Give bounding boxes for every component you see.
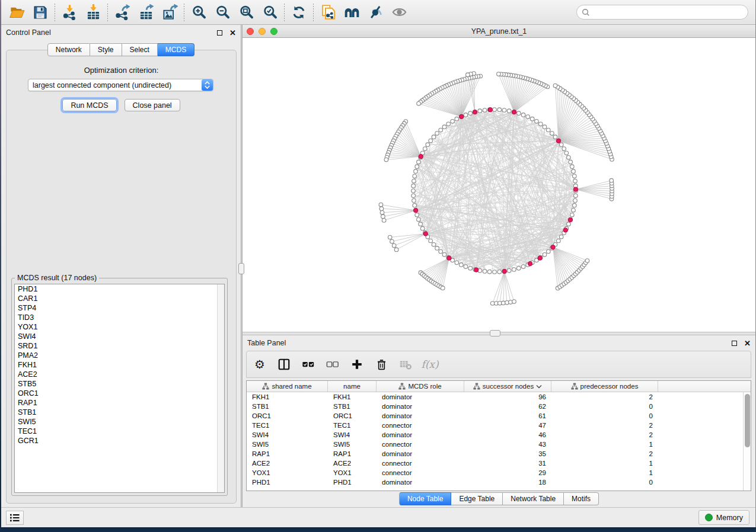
table-scrollbar[interactable] (743, 392, 751, 491)
zoom-selected-icon[interactable] (258, 2, 282, 23)
network-canvas[interactable] (243, 38, 755, 332)
tab-network[interactable]: Network (47, 43, 90, 56)
close-panel-button[interactable]: Close panel (125, 99, 180, 111)
mcds-result-item[interactable]: TEC1 (15, 427, 224, 436)
mcds-result-item[interactable]: CAR1 (15, 294, 224, 303)
mcds-result-item[interactable]: SWI5 (15, 417, 224, 427)
mcds-hub-node[interactable] (538, 256, 542, 260)
show-all-icon[interactable] (387, 2, 411, 23)
search-input[interactable] (593, 8, 743, 17)
criterion-dropdown[interactable]: largest connected component (undirected) (28, 79, 213, 91)
mcds-hub-node[interactable] (568, 217, 572, 222)
mcds-result-item[interactable]: GCR1 (15, 436, 224, 446)
open-file-icon[interactable] (5, 2, 28, 23)
column-header-mcds-role[interactable]: MCDS role (377, 381, 464, 392)
mcds-result-item[interactable]: SRD1 (15, 341, 224, 351)
mcds-hub-node[interactable] (512, 110, 516, 114)
tab-select[interactable]: Select (122, 43, 158, 56)
save-session-icon[interactable] (28, 2, 52, 23)
table-row[interactable]: TEC1TEC1connector472 (247, 421, 743, 430)
table-row[interactable]: YOX1YOX1connector291 (247, 468, 743, 477)
mcds-result-item[interactable]: ACE2 (15, 370, 224, 379)
zoom-in-icon[interactable] (187, 2, 210, 23)
mcds-result-item[interactable]: RAP1 (15, 398, 224, 408)
table-row[interactable]: STB1STB1dominator620 (247, 402, 743, 411)
mcds-hub-node[interactable] (413, 208, 417, 212)
import-table-icon[interactable] (81, 2, 105, 23)
zoom-out-icon[interactable] (210, 2, 234, 23)
mcds-result-item[interactable]: ORC1 (15, 389, 224, 398)
mcds-result-item[interactable]: PHD1 (15, 284, 224, 294)
mcds-hub-node[interactable] (488, 108, 492, 112)
mcds-hub-node[interactable] (423, 232, 428, 236)
hide-selected-icon[interactable] (363, 2, 387, 23)
column-header-successor-nodes[interactable]: successor nodes (464, 381, 551, 392)
add-column-icon[interactable] (350, 357, 364, 371)
delete-columns-icon[interactable] (374, 357, 388, 371)
export-network-icon[interactable] (110, 2, 134, 23)
export-table-icon[interactable] (134, 2, 158, 23)
mcds-hub-node[interactable] (447, 256, 451, 260)
mcds-hub-node[interactable] (528, 261, 532, 265)
table-tab-edge-table[interactable]: Edge Table (451, 492, 503, 505)
column-header-predecessor-nodes[interactable]: predecessor nodes (551, 381, 658, 392)
window-minimize-icon[interactable] (259, 28, 266, 35)
tab-mcds[interactable]: MCDS (158, 43, 194, 56)
float-table-panel-icon[interactable] (732, 341, 737, 346)
mcds-result-item[interactable]: STB1 (15, 408, 224, 417)
import-network-icon[interactable] (58, 2, 81, 23)
table-options-icon[interactable]: ⚙ (253, 357, 267, 371)
zoom-fit-icon[interactable] (234, 2, 258, 23)
mcds-hub-node[interactable] (573, 187, 578, 191)
table-row[interactable]: ACE2ACE2connector311 (247, 459, 743, 468)
splitter-handle-horizontal[interactable] (490, 330, 500, 336)
mcds-result-item[interactable]: YOX1 (15, 322, 224, 332)
table-row[interactable]: SWI5SWI5connector431 (247, 440, 743, 449)
mcds-hub-node[interactable] (551, 245, 555, 249)
network-view[interactable] (243, 38, 755, 332)
table-scrollbar-thumb[interactable] (745, 394, 750, 447)
table-row[interactable]: FKH1FKH1dominator962 (247, 392, 743, 402)
table-row[interactable]: PHD1PHD1dominator180 (247, 477, 743, 487)
window-close-icon[interactable] (247, 28, 254, 35)
deselect-all-icon[interactable] (326, 357, 340, 371)
table-tab-node-table[interactable]: Node Table (399, 492, 452, 505)
splitter-handle[interactable] (238, 263, 244, 274)
task-history-icon[interactable] (6, 511, 24, 525)
mcds-list-scrollbar[interactable] (217, 284, 224, 492)
float-panel-icon[interactable] (217, 30, 222, 36)
table-tab-network-table[interactable]: Network Table (503, 492, 564, 505)
mcds-result-item[interactable]: SWI4 (15, 332, 224, 341)
mcds-hub-node[interactable] (502, 269, 506, 273)
mcds-hub-node[interactable] (556, 139, 560, 143)
mcds-hub-node[interactable] (563, 228, 567, 232)
mcds-result-item[interactable]: TID3 (15, 313, 224, 322)
table-tab-motifs[interactable]: Motifs (564, 492, 599, 505)
mcds-hub-node[interactable] (419, 154, 423, 158)
table-row[interactable]: SWI4SWI4dominator462 (247, 430, 743, 440)
window-maximize-icon[interactable] (270, 28, 277, 35)
mcds-hub-node[interactable] (473, 110, 477, 114)
refresh-view-icon[interactable] (287, 2, 311, 23)
first-neighbors-icon[interactable] (340, 2, 363, 23)
close-table-panel-icon[interactable]: ✕ (744, 339, 751, 347)
clone-network-icon[interactable] (316, 2, 340, 23)
show-columns-icon[interactable] (277, 357, 291, 371)
mcds-result-item[interactable]: PMA2 (15, 351, 224, 360)
column-namespace-icon (262, 383, 269, 390)
export-image-icon[interactable] (158, 2, 181, 23)
tab-style[interactable]: Style (90, 43, 122, 56)
column-header-name[interactable]: name (328, 381, 377, 392)
select-all-icon[interactable] (301, 357, 315, 371)
mcds-hub-node[interactable] (460, 114, 464, 118)
mcds-result-item[interactable]: STB5 (15, 379, 224, 389)
run-mcds-button[interactable]: Run MCDS (62, 99, 116, 111)
table-row[interactable]: ORC1ORC1dominator610 (247, 411, 743, 421)
mcds-result-item[interactable]: FKH1 (15, 360, 224, 370)
memory-button[interactable]: Memory (698, 510, 749, 525)
mcds-result-item[interactable]: STP4 (15, 303, 224, 313)
column-header-shared-name[interactable]: shared name (247, 381, 328, 392)
close-panel-icon[interactable]: ✕ (229, 29, 236, 37)
table-row[interactable]: RAP1RAP1dominator352 (247, 449, 743, 459)
mcds-hub-node[interactable] (474, 268, 479, 272)
